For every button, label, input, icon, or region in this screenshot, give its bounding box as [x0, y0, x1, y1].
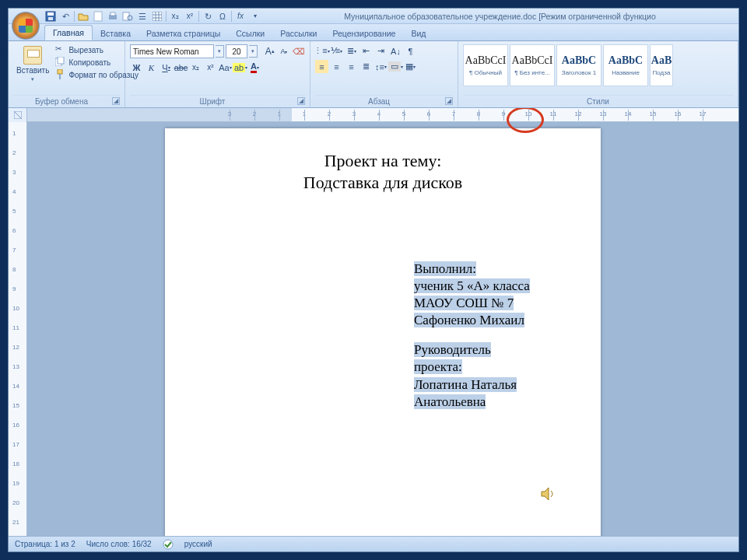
align-right-button[interactable]: ≡: [345, 60, 358, 73]
horizontal-ruler-row: 3211234567891011121314151617: [9, 108, 738, 122]
ribbon-tabs: Главная Вставка Разметка страницы Ссылки…: [9, 24, 738, 41]
shading-button[interactable]: ▭▾: [389, 60, 402, 73]
document-page[interactable]: Проект на тему: Подставка для дисков Вып…: [165, 128, 601, 536]
proofing-icon: [163, 539, 174, 550]
qat-save-icon[interactable]: [44, 10, 57, 23]
tab-references[interactable]: Ссылки: [228, 26, 272, 40]
sort-button[interactable]: A↓: [389, 44, 402, 58]
svg-rect-2: [48, 17, 53, 20]
highlight-button[interactable]: ab▾: [233, 61, 247, 74]
justify-button[interactable]: ≣: [359, 60, 373, 73]
font-dialog-icon[interactable]: ◢: [297, 97, 305, 105]
group-label-paragraph: Абзац: [368, 97, 390, 106]
horizontal-ruler[interactable]: 3211234567891011121314151617: [27, 108, 738, 121]
svg-rect-10: [58, 57, 64, 64]
doc-title: Проект на тему: Подставка для дисков: [204, 150, 562, 193]
font-name-combo[interactable]: Times New Roman: [130, 44, 214, 58]
paragraph-dialog-icon[interactable]: ◢: [445, 97, 453, 105]
qat-bullets-icon[interactable]: ☰: [136, 10, 149, 23]
qat-fx-icon[interactable]: fx: [234, 10, 247, 23]
dec-indent-button[interactable]: ⇤: [359, 44, 373, 58]
group-font: Times New Roman▾ 20▾ A▴ A▾ ⌫ Ж К Ч▾ abc …: [125, 41, 310, 107]
paste-label: Вставить: [16, 66, 49, 75]
doc-author-block: Выполнил:ученик 5 «А» классаМАОУ СОШ № 7…: [414, 261, 562, 411]
styles-gallery[interactable]: AaBbCcI¶ Обычный AaBbCcI¶ Без инте... Aa…: [463, 44, 733, 86]
qat-preview-icon[interactable]: [121, 10, 134, 23]
style-no-spacing[interactable]: AaBbCcI¶ Без инте...: [510, 44, 555, 86]
paste-icon: [23, 46, 42, 65]
borders-button[interactable]: ▦▾: [404, 60, 417, 73]
multilevel-button[interactable]: ≣▾: [345, 44, 358, 58]
svg-point-14: [163, 540, 173, 549]
change-case-button[interactable]: Aa▾: [219, 61, 232, 74]
font-name-dropdown-icon[interactable]: ▾: [216, 45, 223, 58]
qat-symbol-icon[interactable]: Ω: [216, 10, 229, 23]
numbering-button[interactable]: ⅟≡▾: [330, 44, 343, 58]
group-clipboard: Вставить ▾ ✂Вырезать Копировать Формат п…: [9, 41, 125, 107]
status-bar: Страница: 1 из 2 Число слов: 16/32 русск…: [9, 536, 738, 551]
speaker-icon[interactable]: [540, 486, 556, 502]
underline-button[interactable]: Ч▾: [160, 61, 173, 74]
tab-page-layout[interactable]: Разметка страницы: [139, 26, 228, 40]
copy-icon: [55, 57, 66, 68]
group-label-styles: Стили: [587, 97, 609, 106]
office-logo-icon: [19, 19, 33, 33]
qat-sup-icon[interactable]: x²: [184, 10, 196, 23]
qat-more-icon[interactable]: ▾: [249, 10, 261, 23]
status-words[interactable]: Число слов: 16/32: [86, 540, 152, 548]
italic-button[interactable]: К: [145, 61, 158, 74]
font-size-combo[interactable]: 20: [226, 44, 248, 58]
bullets-button[interactable]: ⋮≡▾: [315, 44, 328, 58]
style-heading1[interactable]: AaBbСЗаголовок 1: [556, 44, 601, 86]
style-subtitle[interactable]: AaBПодза: [650, 44, 673, 86]
group-label-clipboard: Буфер обмена: [35, 97, 88, 106]
show-marks-button[interactable]: ¶: [404, 44, 417, 58]
window-title: Муниципальное образовательное учреждение…: [265, 12, 735, 21]
strike-button[interactable]: abc: [174, 61, 188, 74]
subscript-button[interactable]: x₂: [189, 61, 202, 74]
style-normal[interactable]: AaBbCcI¶ Обычный: [463, 44, 508, 86]
line-spacing-button[interactable]: ↕≡▾: [374, 60, 388, 73]
group-styles: AaBbCcI¶ Обычный AaBbCcI¶ Без инте... Aa…: [458, 41, 738, 107]
vertical-ruler[interactable]: 123456789101112131415161718192021: [9, 122, 27, 536]
work-area: 3211234567891011121314151617 12345678910…: [9, 108, 738, 536]
paste-button[interactable]: Вставить ▾: [13, 44, 52, 84]
qat-refresh-icon[interactable]: ↻: [202, 10, 214, 23]
svg-rect-8: [153, 12, 162, 21]
tab-mailings[interactable]: Рассылки: [272, 26, 324, 40]
qat-table-icon[interactable]: [151, 10, 163, 23]
qat-sub-icon[interactable]: x₂: [169, 10, 181, 23]
tab-home[interactable]: Главная: [44, 25, 93, 40]
group-paragraph: ⋮≡▾ ⅟≡▾ ≣▾ ⇤ ⇥ A↓ ¶ ≡ ≡ ≡ ≣ ↕≡▾ ▭▾ ▦▾: [310, 41, 458, 107]
tab-insert[interactable]: Вставка: [93, 26, 139, 40]
qat-new-icon[interactable]: [92, 10, 104, 23]
font-color-button[interactable]: A▾: [248, 61, 261, 74]
font-size-dropdown-icon[interactable]: ▾: [249, 45, 257, 58]
superscript-button[interactable]: x²: [204, 61, 217, 74]
clear-format-icon[interactable]: ⌫: [292, 45, 305, 58]
svg-rect-12: [59, 74, 61, 79]
office-button[interactable]: [12, 12, 40, 40]
qat-open-icon[interactable]: [77, 10, 89, 23]
qat-print-icon[interactable]: [107, 10, 119, 23]
status-page[interactable]: Страница: 1 из 2: [15, 540, 75, 548]
svg-rect-11: [58, 69, 62, 74]
quick-access-toolbar: ↶ ☰ x₂ x² ↻ Ω fx ▾: [44, 10, 261, 23]
status-language[interactable]: русский: [184, 540, 212, 548]
inc-indent-button[interactable]: ⇥: [374, 44, 388, 58]
style-title[interactable]: AaBbСНазвание: [603, 44, 648, 86]
shrink-font-icon[interactable]: A▾: [278, 45, 290, 58]
ruler-corner[interactable]: [9, 108, 27, 122]
svg-rect-5: [110, 12, 115, 16]
tab-view[interactable]: Вид: [403, 26, 433, 40]
clipboard-dialog-icon[interactable]: ◢: [112, 97, 120, 105]
brush-icon: [55, 69, 66, 80]
tab-review[interactable]: Рецензирование: [324, 26, 403, 40]
svg-rect-3: [94, 12, 102, 21]
bold-button[interactable]: Ж: [130, 61, 143, 74]
grow-font-icon[interactable]: A▴: [264, 45, 276, 58]
align-left-button[interactable]: ≡: [315, 60, 328, 73]
qat-undo-icon[interactable]: ↶: [59, 10, 72, 23]
status-proofing[interactable]: [163, 539, 174, 550]
align-center-button[interactable]: ≡: [330, 60, 343, 73]
